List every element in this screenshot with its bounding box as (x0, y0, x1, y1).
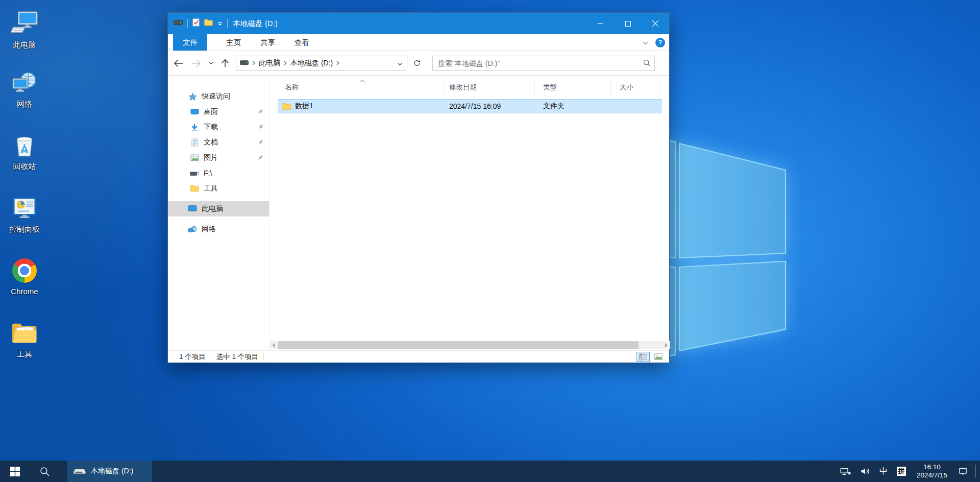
scroll-right-arrow[interactable] (662, 341, 670, 349)
nav-item-this-pc[interactable]: 此电脑 (168, 201, 269, 216)
volume-button[interactable] (855, 461, 875, 482)
breadcrumb-chevron-icon[interactable] (284, 61, 287, 65)
tab-home[interactable]: 主页 (216, 34, 251, 51)
thumbnail-view-icon (654, 353, 663, 360)
file-row-selected[interactable]: 数据1 2024/7/15 16:09 文件夹 (278, 99, 662, 113)
view-switcher (636, 352, 665, 362)
up-button[interactable] (220, 58, 230, 68)
tab-share[interactable]: 共享 (251, 34, 285, 51)
nav-item-network[interactable]: 网络 (168, 222, 269, 237)
nav-item-label: 工具 (204, 184, 218, 193)
explorer-window: 本地磁盘 (D:) 文件 主页 共享 查看 ? (167, 12, 670, 363)
column-header-name[interactable]: 名称 (278, 79, 444, 95)
tab-view[interactable]: 查看 (285, 34, 319, 51)
search-input[interactable] (432, 56, 655, 71)
minimize-button[interactable] (586, 13, 614, 34)
title-bar[interactable]: 本地磁盘 (D:) (168, 13, 669, 34)
properties-icon[interactable] (192, 18, 200, 29)
action-center-button[interactable] (953, 461, 972, 482)
nav-item-desktop[interactable]: 桌面 (168, 104, 269, 119)
desktop-icon-control-panel[interactable]: 控制面板 (3, 195, 46, 234)
network-tray-button[interactable] (836, 461, 855, 482)
breadcrumb-local-disk-d[interactable]: 本地磁盘 (D:) (290, 59, 333, 68)
folder-icon (189, 185, 200, 192)
help-icon[interactable]: ? (655, 38, 665, 47)
new-folder-icon[interactable] (204, 19, 213, 28)
file-name: 数据1 (295, 102, 313, 111)
desktop-icon-chrome[interactable]: Chrome (3, 257, 46, 296)
desktop-icon-label: 控制面板 (9, 225, 40, 234)
arrow-up-icon (220, 58, 230, 68)
qat-separator (187, 19, 188, 28)
address-toolbar: 此电脑 本地磁盘 (D:) (168, 51, 669, 76)
drive-icon[interactable] (174, 19, 183, 28)
taskbar-clock[interactable]: 16:10 2024/7/15 (911, 463, 953, 479)
downloads-arrow-icon (189, 123, 200, 131)
ime-language-indicator[interactable]: 中 (875, 461, 892, 482)
close-button[interactable] (642, 13, 669, 34)
pin-icon (257, 108, 264, 117)
tab-file[interactable]: 文件 (173, 34, 207, 51)
breadcrumb-chevron-icon[interactable] (336, 61, 339, 65)
refresh-button[interactable] (410, 56, 424, 71)
minimize-icon (598, 21, 603, 27)
breadcrumb-this-pc[interactable]: 此电脑 (259, 59, 280, 68)
status-item-count: 1 个项目 (179, 352, 206, 362)
desktop-icon-this-pc[interactable]: 此电脑 (3, 10, 46, 50)
nav-item-label: 文档 (204, 138, 218, 147)
nav-item-downloads[interactable]: 下载 (168, 119, 269, 135)
desktop-icon-recycle-bin[interactable]: 回收站 (3, 132, 46, 172)
window-body: 快速访问 桌面 下载 (168, 76, 669, 342)
file-list-pane: 名称 修改日期 类型 大小 数据1 2024/7/15 16:09 文件夹 (270, 76, 669, 342)
folder-icon (282, 103, 291, 110)
action-center-icon (958, 467, 968, 476)
taskbar-app-local-disk-d[interactable]: 本地磁盘 (D:) (67, 461, 152, 482)
scrollbar-track[interactable] (278, 341, 662, 349)
caption-buttons (586, 13, 669, 34)
ribbon-tab-bar: 文件 主页 共享 查看 ? (168, 34, 669, 51)
scroll-left-arrow[interactable] (270, 341, 278, 349)
close-icon (652, 20, 658, 27)
column-header-type[interactable]: 类型 (535, 79, 611, 95)
scrollbar-thumb[interactable] (278, 341, 639, 349)
nav-item-pictures[interactable]: 图片 (168, 150, 269, 165)
desktop-icon-tools[interactable]: 工具 (3, 320, 46, 359)
forward-button[interactable] (191, 59, 202, 68)
horizontal-scrollbar[interactable] (270, 341, 670, 349)
nav-item-quick-access[interactable]: 快速访问 (168, 89, 269, 104)
chrome-icon (11, 257, 38, 284)
system-tray: 中 拼 16:10 2024/7/15 (836, 461, 980, 482)
nav-item-tools-folder[interactable]: 工具 (168, 181, 269, 196)
desktop-icon-label: Chrome (11, 287, 38, 296)
search-icon[interactable] (643, 59, 651, 69)
maximize-button[interactable] (614, 13, 642, 34)
ime-mode-indicator[interactable]: 拼 (892, 461, 911, 482)
taskbar-search-button[interactable] (30, 461, 59, 482)
column-header-size[interactable]: 大小 (611, 79, 660, 95)
address-bar[interactable]: 此电脑 本地磁盘 (D:) (236, 56, 407, 71)
start-button[interactable] (0, 461, 30, 482)
breadcrumb-chevron-icon[interactable] (252, 61, 255, 65)
tray-time: 16:10 (923, 463, 941, 471)
maximize-icon (625, 21, 631, 27)
column-header-date-modified[interactable]: 修改日期 (444, 79, 535, 95)
details-view-button[interactable] (636, 352, 650, 362)
desktop-icon-label: 工具 (17, 350, 32, 359)
show-desktop-button[interactable] (976, 461, 980, 482)
this-pc-icon (187, 205, 198, 213)
back-button[interactable] (173, 59, 184, 68)
address-dropdown-icon[interactable] (393, 59, 407, 67)
chevron-down-icon (209, 62, 213, 65)
desktop-icon-network[interactable]: 网络 (3, 69, 46, 109)
this-pc-icon (11, 10, 38, 38)
qat-customize-dropdown-icon[interactable] (217, 19, 223, 28)
nav-item-label: 图片 (204, 153, 218, 162)
pin-icon (257, 154, 264, 163)
nav-item-documents[interactable]: 文档 (168, 135, 269, 150)
network-tray-icon (840, 467, 851, 476)
large-icons-view-button[interactable] (652, 352, 665, 362)
window-title: 本地磁盘 (D:) (233, 19, 278, 29)
expand-ribbon-chevron-icon[interactable] (643, 38, 648, 47)
recent-locations-dropdown[interactable] (209, 62, 213, 65)
nav-item-drive-f[interactable]: ? F:\ (168, 165, 269, 181)
